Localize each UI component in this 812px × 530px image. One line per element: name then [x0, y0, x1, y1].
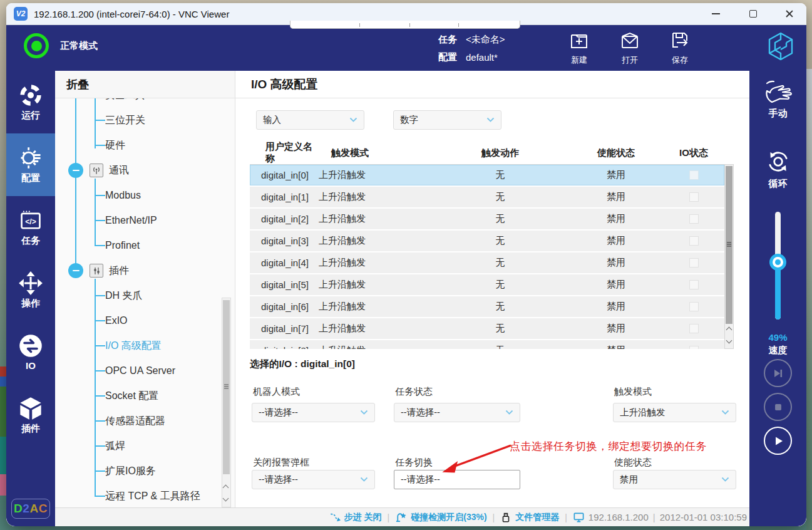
- tree-item[interactable]: ExIO: [55, 308, 225, 333]
- connection-info: 192.168.1.200|2012-01-01 03:10:59: [573, 511, 747, 523]
- io-state-checkbox[interactable]: [689, 280, 699, 289]
- sidebar-item-operate[interactable]: 操作: [6, 259, 55, 321]
- tree-item[interactable]: 传感器适配器: [55, 408, 225, 434]
- tree-item[interactable]: 安全工具: [55, 98, 225, 108]
- sidebar-item-plugin[interactable]: 插件: [6, 384, 55, 447]
- io-table-row[interactable]: digital_in[2]上升沿触发无禁用: [250, 209, 724, 229]
- io-table-row[interactable]: digital_in[3]上升沿触发无禁用: [250, 231, 724, 251]
- sidebar-item-run[interactable]: 运行: [6, 71, 55, 133]
- new-button[interactable]: 新建: [555, 30, 603, 66]
- tree-item[interactable]: Socket 配置: [55, 383, 225, 408]
- dropdown-value: 输入: [263, 114, 349, 126]
- svg-text:</>: </>: [25, 217, 36, 226]
- sidebar-item-label: 插件: [21, 423, 40, 435]
- cycle-mode-label: 循环: [769, 178, 788, 190]
- io-state-checkbox[interactable]: [689, 258, 699, 268]
- mode-label: 正常模式: [60, 40, 98, 52]
- trigger-mode-dropdown[interactable]: 上升沿触发: [613, 403, 736, 422]
- io-state-checkbox[interactable]: [689, 214, 699, 224]
- io-state-checkbox[interactable]: [689, 170, 699, 180]
- play-button[interactable]: [764, 427, 792, 455]
- trigger-mode-cell: 上升沿触发: [319, 323, 431, 335]
- tree-item[interactable]: 远程 TCP & 工具路径: [55, 484, 225, 507]
- field-label: 使能状态: [614, 457, 652, 469]
- dropdown-value: 上升沿触发: [620, 407, 721, 418]
- status-separator: |: [493, 512, 495, 522]
- tree-item[interactable]: 通讯: [55, 158, 225, 183]
- open-button[interactable]: 打开: [606, 30, 654, 66]
- tree-collapse-header[interactable]: 折叠: [55, 71, 235, 98]
- stop-button[interactable]: [764, 393, 792, 421]
- maximize-button[interactable]: [739, 3, 767, 24]
- tree-item[interactable]: DH 夹爪: [55, 283, 225, 308]
- tree-item[interactable]: 插件: [55, 258, 225, 283]
- enable-state-cell: 禁用: [569, 191, 663, 203]
- sidebar-item-task[interactable]: </> 任务: [6, 196, 55, 259]
- scroll-down-icon[interactable]: [727, 338, 732, 344]
- tree-item-label: 插件: [109, 264, 129, 278]
- tree-item[interactable]: 三位开关: [55, 108, 225, 133]
- save-button[interactable]: 保存: [656, 30, 704, 66]
- collision-detection-status[interactable]: 碰撞检测开启(33%): [395, 511, 486, 523]
- io-state-checkbox[interactable]: [689, 346, 699, 349]
- close-alarm-popup-dropdown[interactable]: --请选择--: [252, 470, 375, 489]
- move-arrows-icon: [18, 270, 43, 296]
- io-state-checkbox[interactable]: [689, 324, 699, 333]
- speed-slider-handle[interactable]: [769, 254, 786, 271]
- play-icon: [772, 435, 784, 447]
- robot-mode-dropdown[interactable]: --请选择--: [252, 403, 375, 422]
- tree-item[interactable]: OPC UA Server: [55, 358, 225, 383]
- minimize-button[interactable]: [702, 3, 729, 24]
- tree-item[interactable]: I/O 高级配置: [55, 333, 225, 358]
- trigger-action-cell: 无: [431, 279, 569, 291]
- io-direction-dropdown[interactable]: 输入: [256, 110, 364, 130]
- trigger-mode-cell: 上升沿触发: [319, 191, 431, 203]
- io-advanced-config-panel: I/O 高级配置 输入 数字 用户定义名称 触发模式 触发动作: [235, 71, 749, 507]
- io-type-dropdown[interactable]: 数字: [393, 110, 501, 130]
- task-status-dropdown[interactable]: --请选择--: [394, 403, 520, 422]
- tree-item[interactable]: Modbus: [55, 183, 225, 208]
- io-table-row[interactable]: digital_in[0]上升沿触发无禁用: [250, 165, 724, 185]
- collapse-minus-icon[interactable]: [68, 263, 83, 278]
- io-state-checkbox[interactable]: [689, 302, 699, 311]
- sidebar-item-label: 配置: [21, 172, 40, 184]
- tree-item[interactable]: Profinet: [55, 233, 225, 258]
- step-status[interactable]: 步进 关闭: [329, 512, 382, 523]
- tree-connector-tick: [95, 120, 105, 121]
- column-header: 用户定义名称: [250, 141, 319, 165]
- io-state-checkbox[interactable]: [689, 192, 699, 202]
- d2ac-letter: D: [14, 502, 23, 516]
- desktop-wallpaper-fragment: [806, 69, 812, 530]
- io-table-row[interactable]: digital_in[6]上升沿触发无禁用: [250, 296, 724, 317]
- collapse-minus-icon[interactable]: [68, 163, 83, 178]
- io-table-row[interactable]: digital_in[7]上升沿触发无禁用: [250, 318, 724, 339]
- io-swap-icon: [18, 333, 43, 359]
- comm-antenna-icon: [90, 164, 103, 177]
- config-label: 配置: [438, 51, 457, 63]
- sidebar-item-io[interactable]: IO: [6, 321, 55, 384]
- vnc-toolbar-tab[interactable]: [290, 21, 520, 29]
- tree-item-label: 传感器适配器: [105, 415, 165, 428]
- manual-mode-button[interactable]: 手动: [749, 80, 806, 120]
- io-table-row[interactable]: digital_in[1]上升沿触发无禁用: [250, 187, 724, 207]
- tree-item[interactable]: EtherNet/IP: [55, 208, 225, 233]
- table-scrollbar-thumb[interactable]: [726, 166, 732, 324]
- file-manager-button[interactable]: 文件管理器: [500, 512, 559, 523]
- io-table-row[interactable]: digital_in[5]上升沿触发无禁用: [250, 274, 724, 295]
- tree-item[interactable]: 弧焊: [55, 434, 225, 459]
- trigger-action-cell: 无: [431, 301, 569, 313]
- column-header: 触发动作: [431, 147, 569, 159]
- sidebar-item-config[interactable]: 配置: [6, 133, 55, 196]
- scroll-up-icon[interactable]: [727, 328, 732, 333]
- io-state-checkbox[interactable]: [689, 236, 699, 246]
- enable-state-dropdown[interactable]: 禁用: [613, 470, 736, 489]
- step-forward-button[interactable]: [764, 359, 792, 387]
- io-table-row[interactable]: digital_in[8]上升沿触发无禁用: [250, 340, 724, 349]
- close-button[interactable]: [776, 3, 803, 24]
- table-scrollbar[interactable]: [724, 164, 734, 349]
- tree-item[interactable]: 扩展IO服务: [55, 459, 225, 484]
- tree-connector-tick: [95, 195, 105, 196]
- io-table-row[interactable]: digital_in[4]上升沿触发无禁用: [250, 252, 724, 273]
- cycle-mode-button[interactable]: 循环: [749, 147, 806, 190]
- tree-item[interactable]: 硬件: [55, 133, 225, 158]
